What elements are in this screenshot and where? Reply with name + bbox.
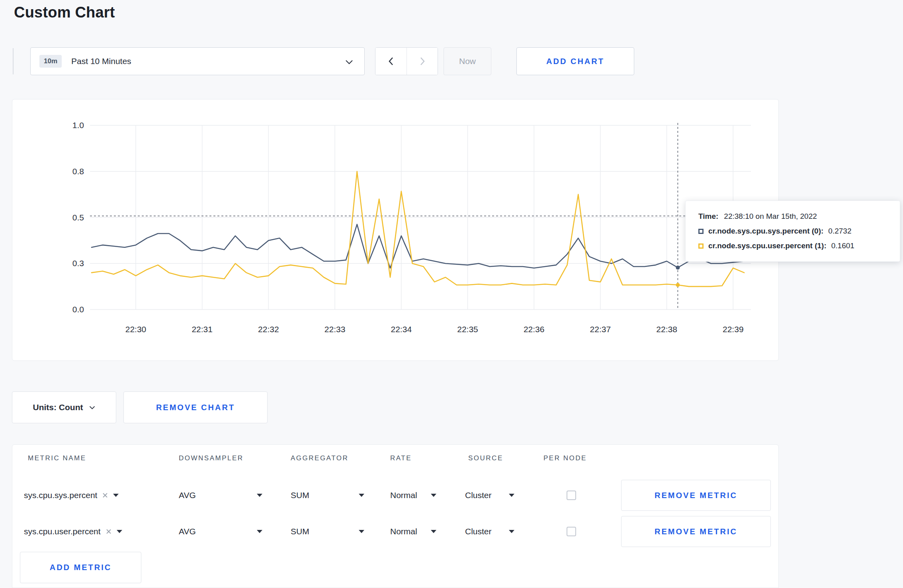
aggregator-select[interactable]: SUM	[291, 491, 364, 500]
next-time-button[interactable]	[407, 48, 438, 75]
downsampler-value: AVG	[179, 527, 196, 536]
metric-name-select[interactable]: sys.cpu.user.percent	[24, 527, 122, 536]
chevron-right-icon	[419, 56, 426, 66]
remove-metric-button[interactable]: REMOVE METRIC	[621, 516, 771, 547]
caret-down-icon	[431, 530, 436, 533]
metric-table-row: sys.cpu.sys.percent AVG SUM Normal C	[12, 480, 778, 511]
metrics-line-chart[interactable]: 0.00.30.50.81.022:3022:3122:3222:3322:34…	[12, 99, 779, 361]
aggregator-select[interactable]: SUM	[291, 527, 364, 536]
tooltip-time-label: Time:	[698, 212, 718, 220]
column-header-aggregator: AGGREGATOR	[291, 454, 348, 462]
tooltip-series-value: 0.2732	[828, 227, 851, 236]
series-user-swatch-icon	[698, 243, 704, 249]
source-select[interactable]: Cluster	[465, 491, 514, 500]
metrics-table-card: METRIC NAME DOWNSAMPLER AGGREGATOR RATE …	[12, 444, 779, 588]
chevron-left-icon	[388, 56, 394, 66]
rate-select[interactable]: Normal	[390, 491, 436, 500]
source-value: Cluster	[465, 491, 492, 500]
caret-down-icon	[509, 530, 514, 533]
remove-metric-button[interactable]: REMOVE METRIC	[621, 480, 771, 511]
clear-metric-icon[interactable]	[102, 493, 108, 498]
per-node-checkbox[interactable]	[567, 527, 576, 536]
tooltip-time-value: 22:38:10 on Mar 15th, 2022	[724, 212, 817, 220]
source-value: Cluster	[465, 527, 492, 536]
add-chart-button[interactable]: ADD CHART	[516, 47, 634, 75]
column-header-downsampler: DOWNSAMPLER	[179, 454, 244, 462]
column-header-per-node: PER NODE	[543, 454, 587, 462]
column-header-metric-name: METRIC NAME	[28, 454, 86, 462]
downsampler-value: AVG	[179, 491, 196, 500]
caret-down-icon	[359, 530, 364, 533]
now-button[interactable]: Now	[444, 47, 491, 75]
svg-text:22:31: 22:31	[192, 325, 213, 334]
svg-text:1.0: 1.0	[72, 121, 84, 130]
per-node-checkbox[interactable]	[567, 491, 576, 500]
tooltip-series-value: 0.1601	[831, 241, 854, 250]
metric-name-label: sys.cpu.user.percent	[24, 527, 101, 536]
caret-down-icon	[431, 494, 436, 497]
caret-down-icon	[509, 494, 514, 497]
svg-text:22:34: 22:34	[391, 325, 412, 334]
svg-text:22:33: 22:33	[324, 325, 346, 334]
aggregator-value: SUM	[291, 527, 309, 536]
svg-text:0.3: 0.3	[72, 259, 84, 268]
caret-down-icon	[257, 530, 262, 533]
clear-metric-icon[interactable]	[106, 529, 111, 534]
svg-text:22:39: 22:39	[723, 325, 744, 334]
chart-card: 0.00.30.50.81.022:3022:3122:3222:3322:34…	[12, 99, 779, 361]
chart-tooltip: Time:22:38:10 on Mar 15th, 2022 cr.node.…	[685, 201, 900, 262]
svg-text:22:38: 22:38	[656, 325, 677, 334]
tooltip-series-row: cr.node.sys.cpu.sys.percent (0): 0.2732	[698, 227, 887, 236]
chevron-down-icon	[345, 60, 353, 64]
svg-text:0.8: 0.8	[72, 167, 84, 176]
svg-text:22:30: 22:30	[125, 325, 147, 334]
tooltip-series-row: cr.node.sys.cpu.user.percent (1): 0.1601	[698, 241, 887, 250]
time-range-badge: 10m	[39, 55, 62, 68]
rate-value: Normal	[390, 491, 417, 500]
time-range-label: Past 10 Minutes	[71, 56, 131, 66]
column-header-source: SOURCE	[468, 454, 503, 462]
svg-text:22:35: 22:35	[457, 325, 478, 334]
downsampler-select[interactable]: AVG	[179, 527, 262, 536]
metric-table-row: sys.cpu.user.percent AVG SUM Normal	[12, 516, 778, 547]
caret-down-icon	[117, 530, 122, 533]
svg-text:22:32: 22:32	[258, 325, 279, 334]
caret-down-icon	[257, 494, 262, 497]
chevron-down-icon	[89, 406, 95, 409]
tooltip-series-label: cr.node.sys.cpu.sys.percent (0):	[708, 227, 823, 236]
source-select[interactable]: Cluster	[465, 527, 514, 536]
custom-chart-page: Custom Chart 10m Past 10 Minutes Now ADD…	[0, 0, 903, 588]
tooltip-series-label: cr.node.sys.cpu.user.percent (1):	[708, 241, 827, 250]
svg-text:0.5: 0.5	[72, 213, 84, 222]
add-metric-button[interactable]: ADD METRIC	[20, 552, 141, 583]
time-nav-group	[375, 47, 438, 75]
metric-name-select[interactable]: sys.cpu.sys.percent	[24, 491, 119, 500]
rate-value: Normal	[390, 527, 417, 536]
caret-down-icon	[359, 494, 364, 497]
downsampler-select[interactable]: AVG	[179, 491, 262, 500]
remove-chart-button[interactable]: REMOVE CHART	[123, 391, 268, 423]
aggregator-value: SUM	[291, 491, 309, 500]
prev-time-button[interactable]	[375, 48, 407, 75]
column-header-rate: RATE	[390, 454, 412, 462]
page-title: Custom Chart	[14, 4, 115, 21]
time-range-select[interactable]: 10m Past 10 Minutes	[30, 47, 365, 75]
svg-text:22:36: 22:36	[524, 325, 545, 334]
series-sys-swatch-icon	[698, 229, 704, 234]
svg-text:22:37: 22:37	[590, 325, 611, 334]
tooltip-time-row: Time:22:38:10 on Mar 15th, 2022	[698, 212, 887, 221]
metric-name-label: sys.cpu.sys.percent	[24, 491, 97, 500]
units-select[interactable]: Units: Count	[12, 391, 116, 423]
rate-select[interactable]: Normal	[390, 527, 436, 536]
caret-down-icon	[113, 494, 119, 497]
svg-text:0.0: 0.0	[72, 305, 84, 314]
toolbar-divider	[13, 48, 14, 74]
units-label: Units: Count	[33, 403, 83, 412]
